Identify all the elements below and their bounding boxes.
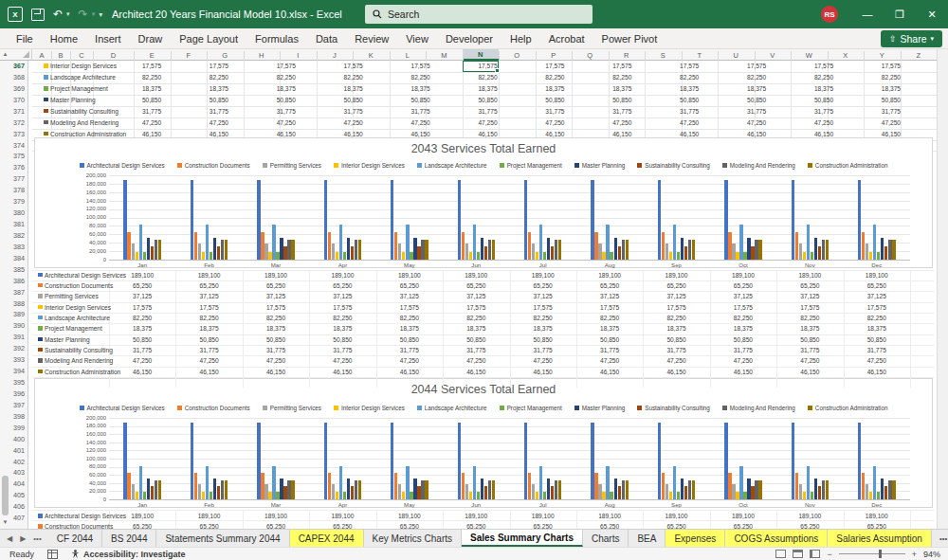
table-service-value[interactable]: 37,125 (314, 291, 371, 301)
sheet-tab-capex-2044[interactable]: CAPEX 2044 (290, 530, 364, 547)
row-header-380[interactable]: 380 (0, 208, 25, 219)
service-name-cell[interactable]: Interior Design Services (50, 61, 117, 72)
table-service-value[interactable]: 31,775 (247, 345, 304, 355)
column-header-Y[interactable]: Y (864, 49, 901, 61)
table-service-value[interactable]: 18,375 (781, 323, 838, 334)
table-service-value[interactable]: 82,250 (447, 313, 504, 323)
service-value-cell[interactable]: 82,250 (863, 72, 920, 83)
table-service-value[interactable]: 65,250 (381, 280, 438, 291)
sheet-tab-bea[interactable]: BEA (629, 530, 665, 547)
table-service-value[interactable]: 47,250 (314, 355, 371, 366)
service-value-cell[interactable]: 18,375 (661, 83, 718, 95)
table-service-value[interactable]: 17,575 (381, 302, 438, 313)
table-service-value[interactable]: 47,250 (781, 355, 838, 366)
table-service-value[interactable]: 65,250 (848, 521, 905, 529)
service-value-cell[interactable]: 47,250 (863, 117, 920, 129)
table-service-value[interactable]: 50,850 (447, 334, 504, 345)
column-header-N[interactable]: N (463, 49, 500, 61)
page-break-view-icon[interactable] (810, 550, 820, 558)
table-service-value[interactable]: 189,100 (781, 270, 838, 280)
ribbon-tab-developer[interactable]: Developer (437, 33, 501, 45)
column-header-B[interactable]: B (51, 49, 70, 61)
table-service-value[interactable]: 18,375 (715, 323, 772, 334)
column-header-M[interactable]: M (426, 49, 463, 61)
table-service-value[interactable]: 17,575 (715, 302, 772, 313)
table-service-value[interactable]: 31,775 (648, 345, 705, 355)
ribbon-tab-help[interactable]: Help (501, 33, 540, 45)
table-service-value[interactable]: 65,250 (181, 280, 238, 291)
service-value-cell[interactable]: 50,850 (392, 95, 449, 106)
sheet-tab-cogs-assumptions[interactable]: COGS Assumptions (725, 530, 828, 547)
ribbon-tab-insert[interactable]: Insert (86, 33, 130, 45)
table-service-value[interactable]: 50,850 (515, 334, 572, 345)
close-button[interactable]: ✕ (916, 0, 948, 28)
accessibility-status[interactable]: Accessibility: Investigate (71, 550, 186, 559)
row-header-390[interactable]: 390 (0, 320, 25, 332)
table-service-value[interactable]: 82,250 (314, 313, 371, 323)
ribbon-tab-formulas[interactable]: Formulas (246, 33, 307, 45)
service-value-cell[interactable]: 17,575 (795, 61, 852, 72)
column-header-W[interactable]: W (791, 49, 828, 61)
column-header-K[interactable]: K (353, 49, 390, 61)
ribbon-tab-data[interactable]: Data (307, 33, 346, 45)
service-value-cell[interactable]: 18,375 (123, 83, 180, 95)
service-name-cell[interactable]: Landscape Architecture (50, 72, 116, 83)
column-header-J[interactable]: J (317, 49, 354, 61)
table-service-value[interactable]: 46,150 (715, 367, 772, 377)
table-service-value[interactable]: 17,575 (314, 302, 371, 313)
column-header-G[interactable]: G (207, 49, 244, 61)
service-value-cell[interactable]: 47,250 (258, 117, 315, 129)
service-value-cell[interactable]: 31,775 (460, 106, 517, 117)
table-service-value[interactable]: 65,250 (447, 280, 504, 291)
service-value-cell[interactable]: 18,375 (191, 83, 247, 95)
service-value-cell[interactable]: 50,850 (460, 95, 517, 106)
service-value-cell[interactable]: 47,250 (526, 117, 583, 129)
column-header-Q[interactable]: Q (572, 49, 609, 61)
table-service-value[interactable]: 189,100 (181, 270, 238, 280)
excel-app-icon[interactable]: X (8, 7, 23, 22)
service-value-cell[interactable]: 31,775 (258, 106, 315, 117)
table-service-value[interactable]: 65,250 (247, 280, 304, 291)
table-service-value[interactable]: 18,375 (848, 323, 905, 334)
service-value-cell[interactable]: 50,850 (191, 95, 247, 106)
service-value-cell[interactable]: 47,250 (728, 117, 785, 129)
table-service-value[interactable]: 17,575 (781, 302, 838, 313)
table-service-value[interactable]: 18,375 (581, 323, 638, 334)
ribbon-tab-page-layout[interactable]: Page Layout (171, 33, 246, 45)
table-service-value[interactable]: 50,850 (715, 334, 772, 345)
row-header-378[interactable]: 378 (0, 185, 25, 196)
column-header-U[interactable]: U (718, 49, 755, 61)
ribbon-tab-home[interactable]: Home (42, 33, 86, 45)
table-service-value[interactable]: 17,575 (114, 302, 171, 313)
row-header-376[interactable]: 376 (0, 162, 25, 173)
row-header-384[interactable]: 384 (0, 253, 25, 264)
table-service-value[interactable]: 17,575 (247, 302, 304, 313)
table-service-value[interactable]: 18,375 (515, 323, 572, 334)
row-header-402[interactable]: 402 (0, 457, 25, 468)
row-header-399[interactable]: 399 (0, 423, 25, 434)
table-service-value[interactable]: 82,250 (247, 313, 304, 323)
service-value-cell[interactable]: 47,250 (661, 117, 718, 129)
table-service-value[interactable]: 18,375 (314, 323, 371, 334)
table-service-value[interactable]: 31,775 (581, 345, 638, 355)
row-header-387[interactable]: 387 (0, 287, 25, 298)
table-service-value[interactable]: 18,375 (648, 323, 705, 334)
service-value-cell[interactable]: 31,775 (325, 106, 382, 117)
row-header-385[interactable]: 385 (0, 264, 25, 276)
service-value-cell[interactable]: 82,250 (325, 72, 382, 83)
row-header-394[interactable]: 394 (0, 366, 25, 377)
table-service-value[interactable]: 65,250 (381, 521, 438, 529)
table-service-value[interactable]: 65,250 (515, 280, 572, 291)
column-header-C[interactable]: C (70, 49, 93, 61)
column-header-R[interactable]: R (609, 49, 646, 61)
column-header-O[interactable]: O (499, 49, 536, 61)
table-service-value[interactable]: 31,775 (848, 345, 905, 355)
service-value-cell[interactable]: 17,575 (392, 61, 449, 72)
zoom-level[interactable]: 94% (923, 550, 940, 559)
scroll-down-icon[interactable]: ▼ (0, 519, 10, 525)
row-header-388[interactable]: 388 (0, 298, 25, 310)
table-service-value[interactable]: 17,575 (181, 302, 238, 313)
table-service-value[interactable]: 46,150 (247, 367, 304, 377)
row-header-393[interactable]: 393 (0, 354, 25, 366)
sheet-tab-expenses[interactable]: Expenses (665, 530, 725, 547)
